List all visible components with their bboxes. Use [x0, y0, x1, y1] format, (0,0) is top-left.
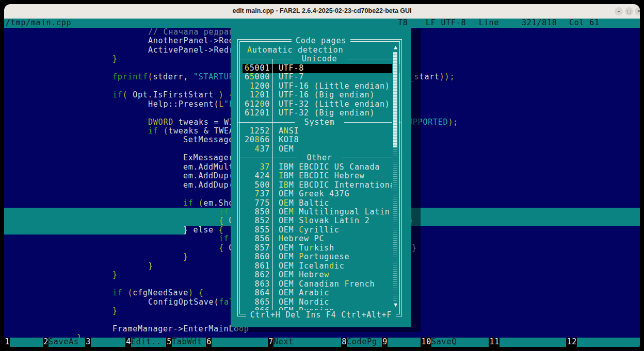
item-name: OEM Greek 437G [279, 190, 349, 198]
fkey-label[interactable]: CodePg [347, 338, 382, 347]
scroll-down-icon[interactable]: ▼ [392, 302, 399, 309]
codepage-item[interactable]: 855OEM Cyrillic [231, 226, 411, 235]
codepage-item[interactable]: 862OEM Hebrew [231, 271, 411, 280]
hotkey-char: M [289, 207, 294, 216]
fkey-number[interactable]: 2 [43, 338, 49, 347]
codepage-item[interactable]: 863OEM Canadian French [231, 280, 411, 289]
codepage-item[interactable]: 850OEM Multilingual Latin 1 [231, 208, 411, 217]
fkey-label[interactable]: SaveAs [49, 338, 85, 347]
fkey-number[interactable]: 10 [421, 338, 431, 347]
fkey-label[interactable] [91, 338, 125, 347]
code-segment: L [219, 99, 224, 109]
codepage-item[interactable]: 865OEM Nordic [231, 298, 411, 307]
scrollbar-thumb[interactable] [393, 52, 397, 147]
hotkey-char: B [284, 180, 289, 190]
codepage-item[interactable]: 857OEM Turkish [231, 244, 411, 253]
fkey-number[interactable]: 5 [166, 338, 172, 347]
item-name: OEM [279, 145, 294, 154]
codepage-item[interactable]: 852OEM Slovak Latin 2 [231, 216, 411, 226]
label-text: OEM S [279, 216, 304, 225]
fkey-number[interactable]: 11 [489, 338, 500, 347]
maximize-button[interactable]: □ [625, 7, 633, 15]
label-text: OEM Icelan [279, 261, 329, 271]
item-name: OEM Icelandic [279, 262, 344, 271]
codepage-item[interactable]: 20866KOI8 [231, 136, 411, 145]
fkey-label[interactable]: Edit.. [131, 338, 166, 347]
fkey-label[interactable] [577, 338, 640, 347]
title-bar[interactable]: edit main.cpp - FAR2L 2.6.4-2025-02-23-c… [4, 4, 640, 19]
codepage-item[interactable]: 61201UTF-32 (Big endian) [231, 109, 411, 118]
code-segment: fprintf [112, 72, 148, 81]
codepage-item[interactable]: 861OEM Icelandic [231, 262, 411, 271]
code-segment: { [219, 225, 224, 235]
codepage-item[interactable]: 775OEM Baltic [231, 199, 411, 208]
codepage-item[interactable]: 860OEM Portuguese [231, 253, 411, 262]
editor-area[interactable]: // Сначала редравимAnotherPanel->RedraAc… [4, 28, 640, 338]
label-text: OEM [279, 144, 294, 154]
label-text: SI [289, 126, 299, 136]
codepage-item[interactable]: 856Hebrew PC [231, 235, 411, 244]
codepage-item[interactable]: 737OEM Greek 437G [231, 190, 411, 199]
fkey-number[interactable]: 12 [566, 338, 577, 347]
code-segment: if [219, 207, 229, 216]
fkey-label[interactable]: SaveQ [431, 338, 489, 347]
dialog-scrollbar[interactable]: ▲ ▼ [392, 42, 399, 310]
code-segment: cfgNeedSave [133, 288, 188, 297]
line-label: Line [479, 19, 499, 27]
fkey-number[interactable]: 1 [4, 338, 10, 347]
item-codepage-number: 61200 [243, 100, 270, 109]
label-text: OEM Tu [279, 243, 309, 253]
fkey-label[interactable] [500, 338, 566, 347]
label-text: OEM Nordic [279, 297, 329, 307]
item-codepage-number: 860 [243, 253, 270, 261]
codepage-item[interactable]: 65001UTF-8 [243, 64, 399, 73]
code-segment: FrameManager->EnterMainLoop [112, 324, 249, 333]
hotkey-char: E [284, 198, 289, 208]
fkey-label[interactable] [388, 338, 421, 347]
label-text: 855 [255, 225, 270, 235]
codepage-item[interactable]: 1200UTF-16 (Little endian) [231, 82, 411, 91]
code-line: if (cfgNeedSave) { [112, 289, 203, 298]
codepage-item[interactable]: 65000UTF-7 [231, 73, 411, 82]
code-line: } [112, 55, 118, 64]
item-codepage-number: 65001 [243, 64, 270, 73]
close-button[interactable]: ✕ [635, 7, 640, 15]
fkey-label[interactable] [212, 338, 268, 347]
fkey-number[interactable]: 4 [125, 338, 131, 347]
code-line: ActivePanel->Redraw [148, 46, 244, 55]
item-codepage-number: 861 [243, 262, 270, 271]
fkey-number[interactable]: 6 [206, 338, 212, 347]
codepage-item[interactable]: 437OEM [231, 145, 411, 154]
hotkey-char: 8 [255, 135, 260, 144]
code-line: ConfigOptSave(false [148, 298, 244, 307]
fkey-number[interactable]: 7 [268, 338, 273, 347]
codepage-item[interactable]: 37IBM EBCDIC US Canada [231, 163, 411, 172]
scroll-up-icon[interactable]: ▲ [392, 44, 399, 51]
item-name: UTF-7 [279, 73, 304, 81]
fkey-label[interactable]: Next [273, 338, 341, 347]
fkey-label[interactable] [10, 338, 43, 347]
codepage-item[interactable]: 424IBM EBCDIC Hebrew [231, 172, 411, 181]
label-text: 861 [255, 261, 270, 271]
fkey-label[interactable]: TabWdt [172, 338, 206, 347]
fkey-number[interactable]: 3 [85, 338, 91, 347]
code-segment: Help::Present( [148, 99, 219, 109]
minimize-button[interactable]: – [615, 7, 623, 15]
codepage-item[interactable]: 1201UTF-16 (Big endian) [231, 91, 411, 100]
fkey-number[interactable]: 9 [382, 338, 388, 347]
fkey-number[interactable]: 8 [341, 338, 347, 347]
selected-row-divider [272, 64, 273, 73]
label-text: Multilingual Latin 1 [294, 207, 400, 216]
codepage-item[interactable]: Automatic detection [231, 46, 411, 55]
label-text: M Baltic [289, 198, 329, 208]
hotkey-char: T [284, 108, 289, 118]
label-text: 37 [260, 144, 270, 154]
codepage-item[interactable]: 61200UTF-32 (Little endian) [231, 100, 411, 109]
label-text: OEM Canadian [279, 279, 344, 289]
codepage-item[interactable]: 500IBM EBCDIC International [231, 181, 411, 190]
item-codepage-number: 850 [243, 208, 270, 216]
label-text: 850 [255, 207, 270, 216]
codepage-item[interactable]: 1252ANSI [231, 127, 411, 136]
item-name: IBM EBCDIC Hebrew [279, 172, 365, 180]
codepage-item[interactable]: 864OEM Arabic [231, 289, 411, 298]
